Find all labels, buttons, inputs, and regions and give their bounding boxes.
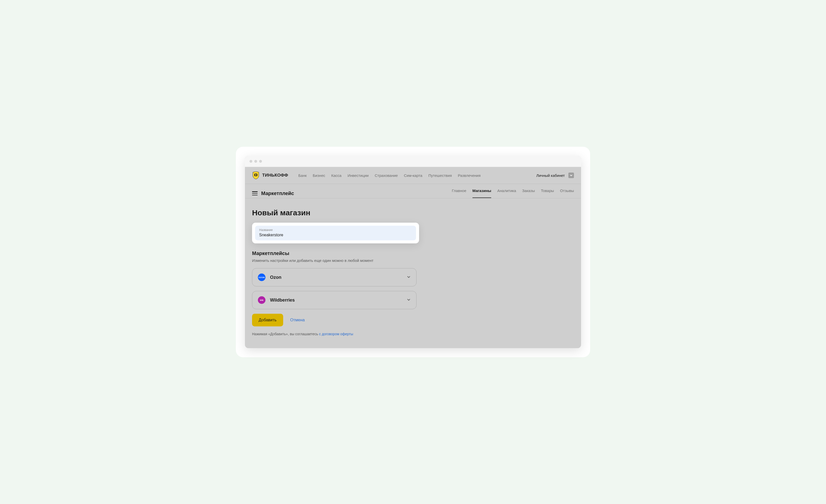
- marketplace-name: Wildberries: [270, 298, 295, 303]
- section-title: Маркетплейс: [261, 191, 294, 196]
- section-nav: Главное Магазины Аналитика Заказы Товары…: [452, 188, 574, 198]
- marketplace-name: Ozon: [270, 275, 281, 280]
- browser-titlebar: [245, 156, 581, 167]
- page-content: Новый магазин Название Маркетплейсы Изме…: [245, 198, 581, 348]
- nav-business[interactable]: Бизнес: [313, 173, 325, 178]
- tab-stores[interactable]: Магазины: [472, 188, 491, 198]
- tab-products[interactable]: Товары: [541, 188, 554, 198]
- marketplace-ozon[interactable]: OZON Ozon: [252, 268, 417, 287]
- tab-reviews[interactable]: Отзывы: [560, 188, 574, 198]
- shield-icon: [252, 172, 260, 179]
- hamburger-icon[interactable]: [252, 191, 257, 195]
- traffic-close-icon[interactable]: [249, 160, 252, 163]
- page-title: Новый магазин: [252, 208, 574, 217]
- store-name-card: Название: [252, 223, 419, 243]
- topbar-right: Личный кабинет: [536, 173, 574, 178]
- consent-prefix: Нажимая «Добавить», вы соглашаетесь: [252, 332, 319, 336]
- wildberries-logo-icon: WB: [258, 296, 266, 304]
- tab-orders[interactable]: Заказы: [522, 188, 535, 198]
- store-name-input[interactable]: [259, 233, 412, 237]
- section-subbar: Маркетплейс Главное Магазины Аналитика З…: [245, 184, 581, 198]
- traffic-min-icon[interactable]: [254, 160, 257, 163]
- global-topbar: ТИНЬКОФФ Банк Бизнес Касса Инвестиции Ст…: [245, 167, 581, 184]
- ozon-logo-icon: OZON: [258, 273, 266, 281]
- offer-agreement-link[interactable]: с договором оферты: [319, 332, 353, 336]
- store-name-field[interactable]: Название: [255, 226, 416, 240]
- tab-main[interactable]: Главное: [452, 188, 466, 198]
- account-dropdown-icon[interactable]: [569, 173, 574, 178]
- nav-sim[interactable]: Сим-карта: [404, 173, 422, 178]
- browser-window: ТИНЬКОФФ Банк Бизнес Касса Инвестиции Ст…: [245, 156, 581, 348]
- cancel-button[interactable]: Отмена: [290, 318, 305, 322]
- brand-logo[interactable]: ТИНЬКОФФ: [252, 172, 288, 179]
- nav-bank[interactable]: Банк: [298, 173, 307, 178]
- chevron-down-icon: [407, 298, 411, 303]
- add-button[interactable]: Добавить: [252, 314, 283, 326]
- traffic-max-icon[interactable]: [259, 160, 262, 163]
- tab-analytics[interactable]: Аналитика: [497, 188, 516, 198]
- marketplaces-heading: Маркетплейсы: [252, 250, 574, 256]
- marketplace-wildberries[interactable]: WB Wildberries: [252, 291, 417, 309]
- brand-name: ТИНЬКОФФ: [262, 173, 288, 178]
- global-nav: Банк Бизнес Касса Инвестиции Страхование…: [298, 173, 481, 178]
- nav-invest[interactable]: Инвестиции: [347, 173, 368, 178]
- nav-kassa[interactable]: Касса: [331, 173, 341, 178]
- store-name-label: Название: [259, 228, 412, 232]
- marketplaces-sub: Изменить настройки или добавить еще один…: [252, 258, 574, 263]
- account-link[interactable]: Личный кабинет: [536, 173, 565, 178]
- nav-entertain[interactable]: Развлечения: [458, 173, 481, 178]
- consent-text: Нажимая «Добавить», вы соглашаетесь с до…: [252, 332, 574, 336]
- nav-insurance[interactable]: Страхование: [375, 173, 398, 178]
- actions-row: Добавить Отмена: [252, 314, 574, 326]
- chevron-down-icon: [407, 275, 411, 280]
- nav-travel[interactable]: Путешествия: [428, 173, 452, 178]
- stage-frame: ТИНЬКОФФ Банк Бизнес Касса Инвестиции Ст…: [236, 147, 590, 357]
